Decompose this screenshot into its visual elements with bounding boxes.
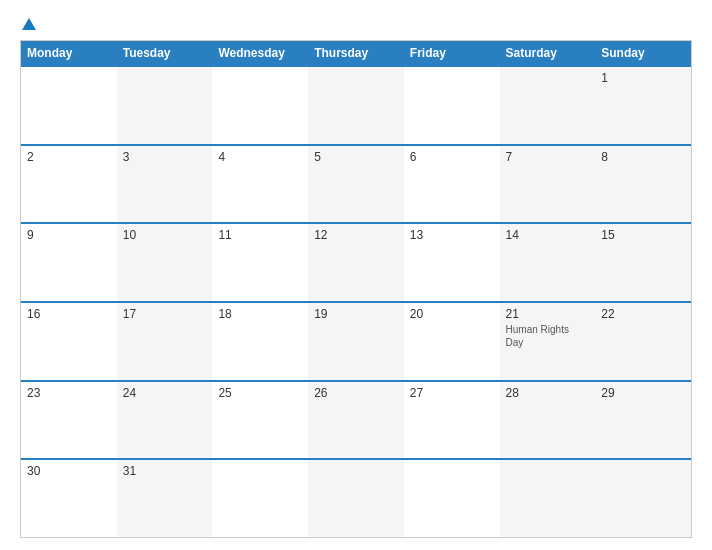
calendar-cell-week3-day4: 12 <box>308 224 404 301</box>
calendar-cell-week5-day5: 27 <box>404 382 500 459</box>
calendar-week-4: 161718192021Human Rights Day22 <box>21 301 691 380</box>
calendar-cell-week3-day5: 13 <box>404 224 500 301</box>
day-number: 4 <box>218 150 302 164</box>
calendar-week-5: 23242526272829 <box>21 380 691 459</box>
day-number: 19 <box>314 307 398 321</box>
calendar-cell-week3-day6: 14 <box>500 224 596 301</box>
calendar-cell-week4-day4: 19 <box>308 303 404 380</box>
day-number: 26 <box>314 386 398 400</box>
calendar-cell-week1-day2 <box>117 67 213 144</box>
day-number: 7 <box>506 150 590 164</box>
calendar-cell-week4-day3: 18 <box>212 303 308 380</box>
calendar-cell-week3-day1: 9 <box>21 224 117 301</box>
calendar-cell-week4-day5: 20 <box>404 303 500 380</box>
calendar-cell-week5-day6: 28 <box>500 382 596 459</box>
day-number: 23 <box>27 386 111 400</box>
calendar-week-6: 3031 <box>21 458 691 537</box>
calendar-cell-week1-day5 <box>404 67 500 144</box>
day-number: 9 <box>27 228 111 242</box>
day-number: 28 <box>506 386 590 400</box>
calendar-cell-week4-day1: 16 <box>21 303 117 380</box>
day-number: 8 <box>601 150 685 164</box>
calendar-page: MondayTuesdayWednesdayThursdayFridaySatu… <box>0 0 712 550</box>
day-number: 20 <box>410 307 494 321</box>
day-number: 15 <box>601 228 685 242</box>
calendar-cell-week1-day1 <box>21 67 117 144</box>
calendar-body: 123456789101112131415161718192021Human R… <box>21 65 691 537</box>
day-number: 3 <box>123 150 207 164</box>
calendar-cell-week5-day7: 29 <box>595 382 691 459</box>
day-number: 21 <box>506 307 590 321</box>
calendar-week-3: 9101112131415 <box>21 222 691 301</box>
day-number: 1 <box>601 71 685 85</box>
calendar-cell-week6-day6 <box>500 460 596 537</box>
day-number: 10 <box>123 228 207 242</box>
day-number: 2 <box>27 150 111 164</box>
day-number: 25 <box>218 386 302 400</box>
day-number: 22 <box>601 307 685 321</box>
calendar-cell-week2-day6: 7 <box>500 146 596 223</box>
calendar-grid: MondayTuesdayWednesdayThursdayFridaySatu… <box>20 40 692 538</box>
calendar-cell-week4-day6: 21Human Rights Day <box>500 303 596 380</box>
calendar-header-tuesday: Tuesday <box>117 41 213 65</box>
calendar-header-monday: Monday <box>21 41 117 65</box>
calendar-cell-week1-day4 <box>308 67 404 144</box>
calendar-cell-week4-day2: 17 <box>117 303 213 380</box>
day-number: 16 <box>27 307 111 321</box>
day-number: 6 <box>410 150 494 164</box>
calendar-cell-week2-day1: 2 <box>21 146 117 223</box>
day-number: 17 <box>123 307 207 321</box>
calendar-cell-week6-day5 <box>404 460 500 537</box>
calendar-cell-week5-day3: 25 <box>212 382 308 459</box>
calendar-header-wednesday: Wednesday <box>212 41 308 65</box>
calendar-cell-week1-day7: 1 <box>595 67 691 144</box>
calendar-cell-week6-day3 <box>212 460 308 537</box>
calendar-cell-week2-day2: 3 <box>117 146 213 223</box>
day-number: 11 <box>218 228 302 242</box>
calendar-cell-week1-day6 <box>500 67 596 144</box>
calendar-cell-week6-day1: 30 <box>21 460 117 537</box>
calendar-cell-week3-day3: 11 <box>212 224 308 301</box>
day-number: 18 <box>218 307 302 321</box>
day-number: 29 <box>601 386 685 400</box>
calendar-header-row: MondayTuesdayWednesdayThursdayFridaySatu… <box>21 41 691 65</box>
calendar-cell-week2-day7: 8 <box>595 146 691 223</box>
calendar-header-sunday: Sunday <box>595 41 691 65</box>
day-number: 31 <box>123 464 207 478</box>
calendar-week-2: 2345678 <box>21 144 691 223</box>
calendar-header-friday: Friday <box>404 41 500 65</box>
calendar-cell-week6-day7 <box>595 460 691 537</box>
day-number: 5 <box>314 150 398 164</box>
calendar-cell-week2-day3: 4 <box>212 146 308 223</box>
calendar-cell-week6-day4 <box>308 460 404 537</box>
header <box>20 18 692 32</box>
day-number: 27 <box>410 386 494 400</box>
calendar-header-thursday: Thursday <box>308 41 404 65</box>
day-number: 30 <box>27 464 111 478</box>
calendar-header-saturday: Saturday <box>500 41 596 65</box>
day-number: 14 <box>506 228 590 242</box>
calendar-cell-week6-day2: 31 <box>117 460 213 537</box>
day-number: 13 <box>410 228 494 242</box>
calendar-cell-week1-day3 <box>212 67 308 144</box>
calendar-cell-week2-day5: 6 <box>404 146 500 223</box>
calendar-week-1: 1 <box>21 65 691 144</box>
logo-triangle-icon <box>22 18 36 30</box>
calendar-cell-week5-day4: 26 <box>308 382 404 459</box>
calendar-cell-week5-day1: 23 <box>21 382 117 459</box>
logo <box>20 18 36 32</box>
calendar-cell-week3-day7: 15 <box>595 224 691 301</box>
calendar-cell-week2-day4: 5 <box>308 146 404 223</box>
calendar-cell-week4-day7: 22 <box>595 303 691 380</box>
calendar-cell-week3-day2: 10 <box>117 224 213 301</box>
day-number: 24 <box>123 386 207 400</box>
calendar-event: Human Rights Day <box>506 323 590 349</box>
calendar-cell-week5-day2: 24 <box>117 382 213 459</box>
day-number: 12 <box>314 228 398 242</box>
